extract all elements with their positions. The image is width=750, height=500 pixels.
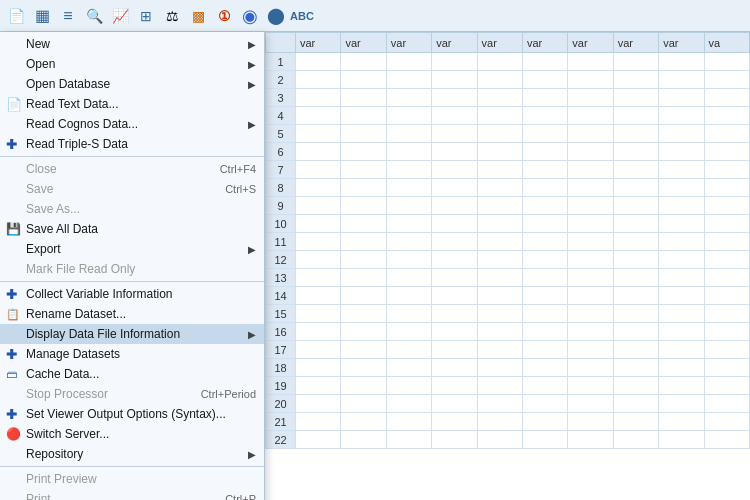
cell-16-4[interactable]: [477, 323, 522, 341]
cell-9-0[interactable]: [296, 197, 341, 215]
menu-item-print-preview[interactable]: Print Preview: [0, 469, 264, 489]
menu-item-cache-data[interactable]: 🗃 Cache Data...: [0, 364, 264, 384]
menu-item-read-text-data[interactable]: 📄 Read Text Data...: [0, 94, 264, 114]
cell-18-4[interactable]: [477, 359, 522, 377]
cell-3-1[interactable]: [341, 89, 386, 107]
menu-item-print[interactable]: Print... Ctrl+P: [0, 489, 264, 500]
cell-12-7[interactable]: [613, 251, 658, 269]
cell-12-6[interactable]: [568, 251, 613, 269]
cell-8-2[interactable]: [386, 179, 431, 197]
cell-8-4[interactable]: [477, 179, 522, 197]
numbered-icon[interactable]: ①: [212, 4, 236, 28]
cell-14-2[interactable]: [386, 287, 431, 305]
table-row[interactable]: 8: [266, 179, 750, 197]
cell-17-4[interactable]: [477, 341, 522, 359]
cell-22-5[interactable]: [522, 431, 567, 449]
cell-21-7[interactable]: [613, 413, 658, 431]
cell-7-7[interactable]: [613, 161, 658, 179]
cell-10-2[interactable]: [386, 215, 431, 233]
cell-8-8[interactable]: [659, 179, 704, 197]
table-row[interactable]: 13: [266, 269, 750, 287]
table-row[interactable]: 16: [266, 323, 750, 341]
cell-2-4[interactable]: [477, 71, 522, 89]
cell-11-5[interactable]: [522, 233, 567, 251]
cell-7-9[interactable]: [704, 161, 749, 179]
cell-22-6[interactable]: [568, 431, 613, 449]
chart-line-icon[interactable]: 📈: [108, 4, 132, 28]
cell-18-1[interactable]: [341, 359, 386, 377]
cell-15-9[interactable]: [704, 305, 749, 323]
cell-5-0[interactable]: [296, 125, 341, 143]
cell-15-0[interactable]: [296, 305, 341, 323]
cell-6-3[interactable]: [432, 143, 477, 161]
cell-6-1[interactable]: [341, 143, 386, 161]
cell-7-6[interactable]: [568, 161, 613, 179]
cell-4-7[interactable]: [613, 107, 658, 125]
scale-icon[interactable]: ⚖: [160, 4, 184, 28]
cell-21-1[interactable]: [341, 413, 386, 431]
cell-16-2[interactable]: [386, 323, 431, 341]
cell-22-7[interactable]: [613, 431, 658, 449]
cell-11-2[interactable]: [386, 233, 431, 251]
cell-22-3[interactable]: [432, 431, 477, 449]
cell-14-9[interactable]: [704, 287, 749, 305]
cell-3-8[interactable]: [659, 89, 704, 107]
menu-item-manage-datasets[interactable]: ✚ Manage Datasets: [0, 344, 264, 364]
cell-9-1[interactable]: [341, 197, 386, 215]
cell-10-5[interactable]: [522, 215, 567, 233]
cell-21-8[interactable]: [659, 413, 704, 431]
cell-13-1[interactable]: [341, 269, 386, 287]
cell-22-4[interactable]: [477, 431, 522, 449]
cell-13-0[interactable]: [296, 269, 341, 287]
cell-16-6[interactable]: [568, 323, 613, 341]
cell-8-0[interactable]: [296, 179, 341, 197]
cell-15-7[interactable]: [613, 305, 658, 323]
cell-22-8[interactable]: [659, 431, 704, 449]
menu-item-open[interactable]: Open ▶: [0, 54, 264, 74]
cell-12-3[interactable]: [432, 251, 477, 269]
table-row[interactable]: 20: [266, 395, 750, 413]
grid-chart-icon[interactable]: ⊞: [134, 4, 158, 28]
table-row[interactable]: 14: [266, 287, 750, 305]
cell-10-9[interactable]: [704, 215, 749, 233]
cell-4-6[interactable]: [568, 107, 613, 125]
cell-10-0[interactable]: [296, 215, 341, 233]
cell-19-7[interactable]: [613, 377, 658, 395]
cell-21-9[interactable]: [704, 413, 749, 431]
cell-17-1[interactable]: [341, 341, 386, 359]
circle-blue-icon[interactable]: ◉: [238, 4, 262, 28]
menu-item-set-viewer[interactable]: ✚ Set Viewer Output Options (Syntax)...: [0, 404, 264, 424]
cell-6-7[interactable]: [613, 143, 658, 161]
cell-18-3[interactable]: [432, 359, 477, 377]
cell-20-0[interactable]: [296, 395, 341, 413]
cell-14-0[interactable]: [296, 287, 341, 305]
cell-13-8[interactable]: [659, 269, 704, 287]
cell-5-9[interactable]: [704, 125, 749, 143]
cell-3-4[interactable]: [477, 89, 522, 107]
cell-12-8[interactable]: [659, 251, 704, 269]
cell-2-5[interactable]: [522, 71, 567, 89]
cell-3-0[interactable]: [296, 89, 341, 107]
cell-19-1[interactable]: [341, 377, 386, 395]
cell-17-0[interactable]: [296, 341, 341, 359]
cell-21-3[interactable]: [432, 413, 477, 431]
table-row[interactable]: 2: [266, 71, 750, 89]
cell-18-7[interactable]: [613, 359, 658, 377]
cell-8-7[interactable]: [613, 179, 658, 197]
cell-4-8[interactable]: [659, 107, 704, 125]
cell-16-9[interactable]: [704, 323, 749, 341]
cell-21-6[interactable]: [568, 413, 613, 431]
cell-1-1[interactable]: [341, 53, 386, 71]
cell-17-2[interactable]: [386, 341, 431, 359]
menu-item-mark-readonly[interactable]: Mark File Read Only: [0, 259, 264, 279]
cell-6-2[interactable]: [386, 143, 431, 161]
cell-9-5[interactable]: [522, 197, 567, 215]
menu-item-new[interactable]: New ▶: [0, 34, 264, 54]
table-row[interactable]: 22: [266, 431, 750, 449]
cell-5-6[interactable]: [568, 125, 613, 143]
cell-6-8[interactable]: [659, 143, 704, 161]
cell-18-2[interactable]: [386, 359, 431, 377]
cell-20-7[interactable]: [613, 395, 658, 413]
cell-13-2[interactable]: [386, 269, 431, 287]
cell-18-6[interactable]: [568, 359, 613, 377]
